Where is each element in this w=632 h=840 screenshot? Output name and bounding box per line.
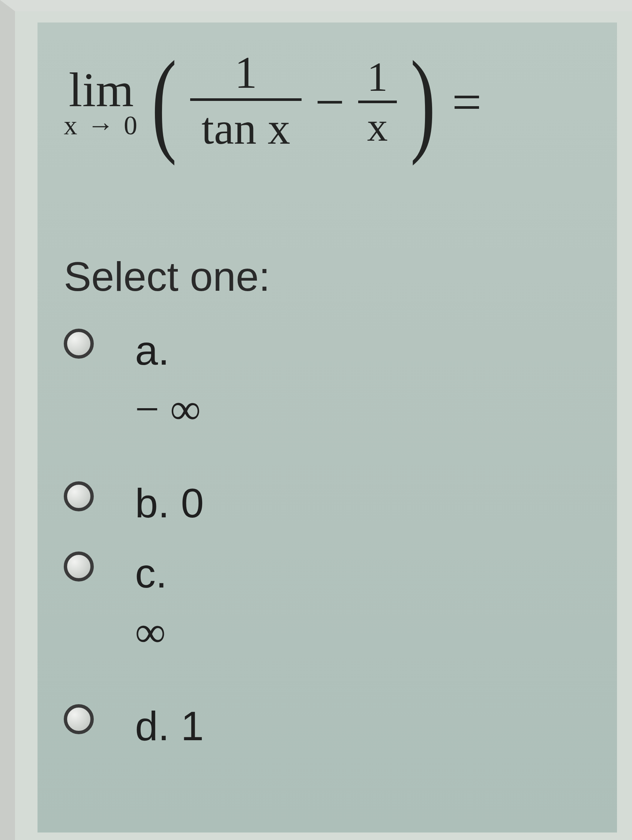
fraction-2-bar xyxy=(358,101,397,103)
option-c-body: c. ∞ xyxy=(135,549,167,657)
fraction-2: 1 x xyxy=(358,55,397,149)
options-group: a. − ∞ b. 0 c. ∞ xyxy=(64,327,591,750)
lim-text: lim xyxy=(69,65,134,114)
option-c[interactable]: c. ∞ xyxy=(64,549,591,657)
option-a[interactable]: a. − ∞ xyxy=(64,327,591,434)
option-d-value: 1 xyxy=(181,703,204,749)
equals-sign: = xyxy=(452,72,482,132)
page-frame: lim x → 0 ( 1 tan x − 1 x ) = Select one… xyxy=(0,0,632,840)
fraction-1-denominator: tan x xyxy=(190,103,301,155)
option-a-value: − ∞ xyxy=(135,385,201,434)
option-d[interactable]: d. 1 xyxy=(64,702,591,750)
limit-operator: lim x → 0 xyxy=(64,65,139,139)
option-b-value: 0 xyxy=(181,480,204,526)
select-one-prompt: Select one: xyxy=(64,253,591,300)
option-c-value: ∞ xyxy=(135,607,167,657)
radio-b[interactable] xyxy=(64,482,94,512)
option-a-label: a. xyxy=(135,327,201,374)
radio-c[interactable] xyxy=(64,551,94,581)
option-d-label: d. xyxy=(135,703,170,749)
minus-sign: − xyxy=(315,72,345,132)
fraction-1: 1 tan x xyxy=(190,49,301,155)
option-c-label: c. xyxy=(135,549,167,597)
radio-d[interactable] xyxy=(64,704,94,734)
fraction-2-numerator: 1 xyxy=(358,55,397,99)
option-b[interactable]: b. 0 xyxy=(64,479,591,527)
option-b-label: b. xyxy=(135,480,170,526)
lim-subscript: x → 0 xyxy=(64,112,139,139)
right-paren: ) xyxy=(410,58,435,145)
fraction-1-numerator: 1 xyxy=(226,49,266,97)
left-paren: ( xyxy=(151,58,177,145)
radio-a[interactable] xyxy=(64,328,94,358)
question-card: lim x → 0 ( 1 tan x − 1 x ) = Select one… xyxy=(38,22,617,832)
option-a-body: a. − ∞ xyxy=(135,327,201,434)
question-expression: lim x → 0 ( 1 tan x − 1 x ) = xyxy=(64,49,591,155)
option-b-text: b. 0 xyxy=(135,479,204,527)
option-d-text: d. 1 xyxy=(135,702,204,750)
fraction-2-denominator: x xyxy=(358,105,397,149)
fraction-1-bar xyxy=(190,98,301,101)
